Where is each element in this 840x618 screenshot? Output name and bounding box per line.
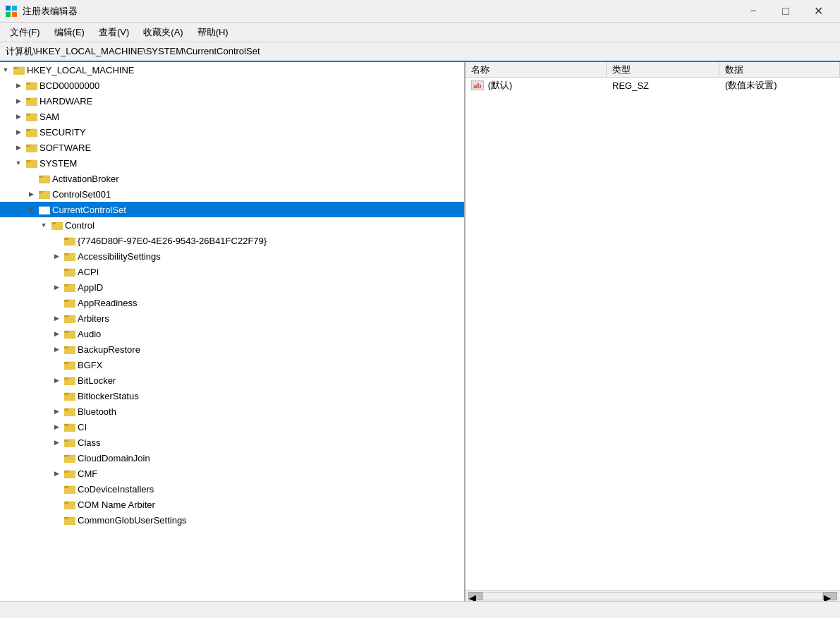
- expand-btn-control[interactable]: ▼: [38, 219, 49, 231]
- tree-item-comnamearbiter[interactable]: COM Name Arbiter: [0, 497, 464, 512]
- tree-label-accessibilitysettings: AccessibilitySettings: [78, 251, 161, 262]
- right-content[interactable]: ab (默认) REG_SZ (数值未设置): [465, 78, 840, 590]
- tree-item-audio[interactable]: ▶ Audio: [0, 326, 464, 341]
- tree-item-system[interactable]: ▼ SYSTEM: [0, 155, 464, 171]
- tree-item-class[interactable]: ▶ Class: [0, 435, 464, 450]
- tree-item-codeviceinstallers[interactable]: CoDeviceInstallers: [0, 481, 464, 497]
- tree-label-hklm: HKEY_LOCAL_MACHINE: [27, 65, 134, 75]
- tree-item-security[interactable]: ▶ SECURITY: [0, 124, 464, 140]
- minimize-button[interactable]: －: [737, 0, 769, 23]
- tree-label-bgfx: BGFX: [78, 360, 102, 370]
- expand-btn-bitlocker[interactable]: ▶: [51, 375, 62, 386]
- tree-item-arbiters[interactable]: ▶ Arbiters: [0, 310, 464, 326]
- tree-label-controlset001: ControlSet001: [52, 189, 111, 200]
- tree-item-ci[interactable]: ▶ CI: [0, 419, 464, 435]
- expand-btn-security[interactable]: ▶: [13, 126, 24, 138]
- tree-scroll[interactable]: ▼ HKEY_LOCAL_MACHINE▶ BCD00000000▶ HARDW…: [0, 62, 464, 601]
- menu-item-file[interactable]: 文件(F): [3, 23, 47, 42]
- col-header-type: 类型: [607, 62, 719, 77]
- expand-btn-class[interactable]: ▶: [51, 437, 62, 448]
- tree-item-hardware[interactable]: ▶ HARDWARE: [0, 93, 464, 109]
- folder-icon-arbiters: [64, 313, 75, 323]
- tree-label-commonglobusersettings: CommonGlobUserSettings: [78, 515, 187, 526]
- tree-label-security: SECURITY: [39, 127, 86, 138]
- svg-rect-47: [51, 223, 56, 224]
- expand-btn-hklm[interactable]: ▼: [0, 64, 11, 75]
- maximize-button[interactable]: □: [769, 0, 802, 23]
- menu-bar: 文件(F)编辑(E)查看(V)收藏夹(A)帮助(H): [0, 23, 840, 42]
- tree-item-control[interactable]: ▼ Control: [0, 217, 464, 233]
- expand-btn-system[interactable]: ▼: [13, 157, 24, 169]
- folder-icon-codeviceinstallers: [64, 484, 75, 494]
- menu-item-favorites[interactable]: 收藏夹(A): [136, 23, 190, 42]
- tree-item-currentcontrolset[interactable]: ▼ CurrentControlSet: [0, 202, 464, 217]
- tree-item-commonglobusersettings[interactable]: CommonGlobUserSettings: [0, 512, 464, 528]
- expand-btn-accessibilitysettings[interactable]: ▶: [51, 250, 62, 262]
- folder-icon-appid: [64, 282, 75, 292]
- expand-btn-sam[interactable]: ▶: [13, 111, 24, 122]
- svg-rect-103: [64, 440, 68, 442]
- menu-item-help[interactable]: 帮助(H): [190, 23, 236, 42]
- window-title: 注册表编辑器: [23, 5, 78, 18]
- tree-item-acpi[interactable]: ACPI: [0, 264, 464, 279]
- folder-icon-system: [26, 158, 37, 168]
- cell-data: (数值未设置): [719, 78, 783, 93]
- tree-item-bgfx[interactable]: BGFX: [0, 357, 464, 372]
- expand-btn-cmf[interactable]: ▶: [51, 468, 62, 479]
- tree-label-currentcontrolset: CurrentControlSet: [52, 205, 126, 215]
- table-row[interactable]: ab (默认) REG_SZ (数值未设置): [465, 78, 840, 93]
- folder-icon-sam: [26, 111, 37, 121]
- hscroll-right[interactable]: ▶: [823, 592, 837, 600]
- hscroll-left[interactable]: ◀: [468, 592, 482, 600]
- tree-item-bitlocker[interactable]: ▶ BitLocker: [0, 372, 464, 388]
- tree-item-guid7746[interactable]: {7746D80F-97E0-4E26-9543-26B41FC22F79}: [0, 233, 464, 248]
- address-path: 计算机\HKEY_LOCAL_MACHINE\SYSTEM\CurrentCon…: [6, 45, 260, 58]
- tree-item-appid[interactable]: ▶ AppID: [0, 279, 464, 295]
- folder-icon-bcd: [26, 80, 37, 90]
- tree-item-bitlockerstatus[interactable]: BitlockerStatus: [0, 388, 464, 404]
- app-icon: [6, 6, 17, 17]
- tree-label-audio: Audio: [78, 329, 101, 339]
- hscroll-track[interactable]: [482, 592, 823, 600]
- tree-item-activationbroker[interactable]: ActivationBroker: [0, 171, 464, 186]
- tree-label-software: SOFTWARE: [39, 143, 91, 153]
- svg-rect-115: [64, 487, 68, 488]
- expand-btn-backuprestore[interactable]: ▶: [51, 344, 62, 355]
- expand-btn-arbiters[interactable]: ▶: [51, 313, 62, 324]
- right-hscroll[interactable]: ◀ ▶: [465, 590, 840, 601]
- tree-label-bitlocker: BitLocker: [78, 375, 116, 386]
- expand-btn-software[interactable]: ▶: [13, 142, 24, 153]
- expand-btn-appid[interactable]: ▶: [51, 281, 62, 293]
- tree-item-cmf[interactable]: ▶ CMF: [0, 466, 464, 481]
- tree-item-accessibilitysettings[interactable]: ▶ AccessibilitySettings: [0, 248, 464, 264]
- expand-btn-audio[interactable]: ▶: [51, 328, 62, 339]
- tree-label-bcd: BCD00000000: [39, 80, 99, 91]
- tree-item-sam[interactable]: ▶ SAM: [0, 109, 464, 124]
- svg-rect-87: [64, 378, 68, 380]
- tree-item-appreadiness[interactable]: AppReadiness: [0, 295, 464, 310]
- folder-icon-class: [64, 437, 75, 447]
- tree-label-system: SYSTEM: [39, 158, 77, 169]
- menu-item-view[interactable]: 查看(V): [92, 23, 136, 42]
- tree-item-clouddomainjoin[interactable]: CloudDomainJoin: [0, 450, 464, 466]
- expand-btn-controlset001[interactable]: ▶: [25, 188, 37, 200]
- close-button[interactable]: ✕: [802, 0, 834, 23]
- folder-icon-acpi: [64, 267, 75, 277]
- svg-rect-23: [26, 130, 30, 131]
- folder-icon-accessibilitysettings: [64, 251, 75, 261]
- tree-item-bluetooth[interactable]: ▶ Bluetooth: [0, 404, 464, 419]
- tree-item-backuprestore[interactable]: ▶ BackupRestore: [0, 341, 464, 357]
- expand-btn-currentcontrolset[interactable]: ▼: [25, 204, 37, 215]
- tree-item-controlset001[interactable]: ▶ ControlSet001: [0, 186, 464, 202]
- svg-rect-27: [26, 145, 30, 147]
- expand-btn-hardware[interactable]: ▶: [13, 95, 24, 107]
- menu-item-edit[interactable]: 编辑(E): [47, 23, 92, 42]
- tree-item-hklm[interactable]: ▼ HKEY_LOCAL_MACHINE: [0, 62, 464, 78]
- tree-item-software[interactable]: ▶ SOFTWARE: [0, 140, 464, 155]
- expand-btn-bcd[interactable]: ▶: [13, 80, 24, 91]
- folder-icon-backuprestore: [64, 344, 75, 354]
- tree-item-bcd[interactable]: ▶ BCD00000000: [0, 78, 464, 93]
- expand-btn-bluetooth[interactable]: ▶: [51, 406, 62, 417]
- expand-btn-ci[interactable]: ▶: [51, 421, 62, 432]
- tree-label-appid: AppID: [78, 282, 103, 293]
